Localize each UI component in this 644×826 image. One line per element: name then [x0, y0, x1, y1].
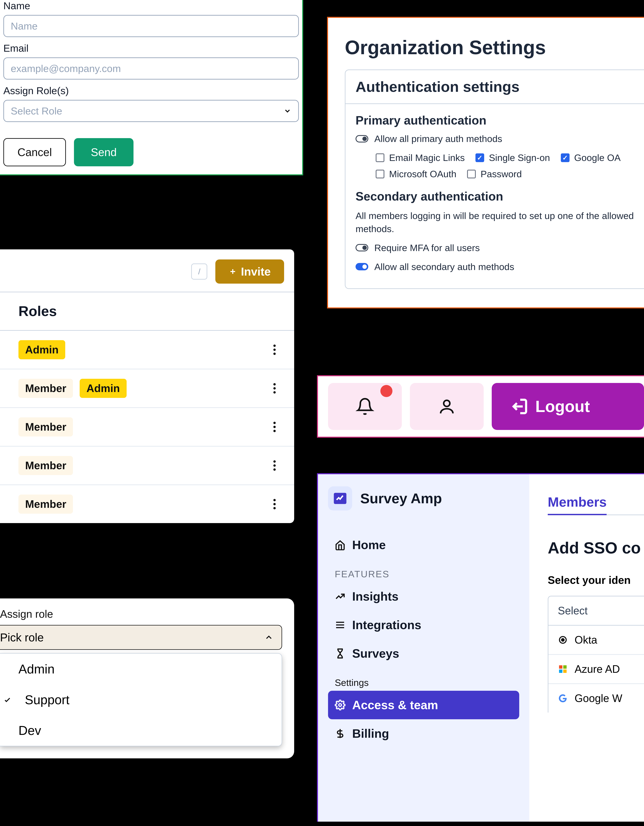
allow-primary-toggle[interactable] [356, 135, 368, 143]
cancel-button[interactable]: Cancel [3, 138, 66, 166]
sidebar-item-insights[interactable]: Insights [328, 582, 519, 611]
idp-option-azure[interactable]: Azure AD [548, 655, 644, 684]
org-settings-title: Organization Settings [345, 36, 644, 59]
chevron-up-icon [264, 633, 274, 642]
brand-icon [328, 486, 352, 511]
add-sso-heading: Add SSO co [548, 539, 644, 557]
idp-label: Select your iden [548, 574, 644, 586]
svg-point-0 [444, 400, 450, 407]
azure-icon [558, 664, 568, 674]
assign-role-value: Pick role [0, 631, 44, 644]
row-menu-button[interactable] [273, 383, 276, 394]
sidebar-item-billing[interactable]: Billing [328, 719, 519, 748]
roles-heading: Roles [0, 292, 294, 331]
sidebar-item-integrations[interactable]: Integrations [328, 611, 519, 639]
user-icon [438, 397, 456, 416]
idp-option-google[interactable]: Google W [548, 684, 644, 713]
table-row: Member [0, 447, 294, 485]
insights-icon [335, 591, 345, 602]
roles-panel: / Invite Roles Admin Member Admin Member… [0, 248, 295, 524]
table-row: Member [0, 408, 294, 447]
idp-menu: Okta Azure AD Google W [548, 626, 644, 713]
role-chip-member: Member [19, 456, 73, 475]
tab-members[interactable]: Members [548, 494, 607, 515]
invite-button[interactable]: Invite [215, 259, 284, 284]
survey-amp-panel: Survey Amp Home FEATURES Insights Integr… [317, 473, 644, 821]
keyboard-shortcut-hint: / [191, 264, 207, 279]
action-bar-panel: Logout [317, 375, 644, 438]
name-input[interactable] [3, 15, 299, 37]
home-icon [335, 540, 345, 550]
invite-button-label: Invite [241, 265, 271, 278]
role-chip-admin: Admin [80, 379, 127, 398]
sidebar-item-label: Home [352, 538, 386, 552]
table-row: Member Admin [0, 370, 294, 408]
assign-role-label: Assign role [0, 608, 282, 620]
role-chip-member: Member [19, 418, 73, 436]
primary-auth-heading: Primary authentication [356, 113, 644, 127]
okta-icon [558, 635, 568, 645]
google-oauth-label: Google OA [574, 152, 621, 163]
check-icon [3, 696, 11, 704]
assign-role-select[interactable]: Pick role [0, 625, 282, 650]
idp-select[interactable]: Select [548, 596, 644, 626]
role-select[interactable]: Select Role [3, 100, 299, 122]
brand-name: Survey Amp [360, 491, 442, 507]
role-select-placeholder: Select Role [11, 105, 62, 117]
require-mfa-toggle[interactable] [356, 244, 368, 252]
allow-secondary-label: Allow all secondary auth methods [374, 261, 514, 272]
require-mfa-label: Require MFA for all users [374, 242, 480, 253]
sidebar-item-label: Surveys [352, 647, 399, 660]
allow-primary-label: Allow all primary auth methods [374, 133, 502, 144]
chevron-down-icon [283, 107, 291, 115]
notifications-button[interactable] [328, 383, 402, 430]
microsoft-oauth-checkbox[interactable] [376, 170, 384, 179]
sidebar-item-label: Insights [352, 590, 398, 603]
idp-option-label: Google W [574, 692, 622, 705]
svg-rect-6 [564, 665, 567, 669]
sidebar-section-features: FEATURES [328, 559, 519, 582]
row-menu-button[interactable] [273, 460, 276, 471]
role-option-label: Dev [19, 723, 41, 738]
plus-icon [229, 267, 237, 276]
sidebar-item-access-team[interactable]: Access & team [328, 691, 519, 719]
logout-label: Logout [535, 397, 590, 416]
logout-button[interactable]: Logout [492, 383, 644, 430]
sidebar-item-label: Billing [352, 727, 389, 741]
idp-option-okta[interactable]: Okta [548, 626, 644, 655]
org-settings-panel: Organization Settings Authentication set… [327, 17, 644, 309]
sidebar-item-surveys[interactable]: Surveys [328, 639, 519, 668]
row-menu-button[interactable] [273, 345, 276, 355]
hourglass-icon [335, 648, 345, 659]
send-button[interactable]: Send [74, 138, 133, 166]
allow-secondary-toggle[interactable] [356, 263, 368, 270]
assign-role-menu: Admin Support Dev [0, 653, 282, 746]
gear-icon [335, 700, 345, 710]
sidebar-item-label: Access & team [352, 698, 438, 712]
table-row: Member [0, 485, 294, 523]
role-option-support[interactable]: Support [0, 684, 282, 715]
profile-button[interactable] [410, 383, 484, 430]
sso-checkbox[interactable] [475, 154, 484, 162]
logout-icon [508, 396, 529, 416]
row-menu-button[interactable] [273, 499, 276, 509]
row-menu-button[interactable] [273, 422, 276, 432]
invite-form-panel: Name Email Assign Role(s) Select Role Ca… [0, 0, 303, 175]
sidebar-item-home[interactable]: Home [328, 531, 519, 559]
role-option-admin[interactable]: Admin [0, 654, 282, 684]
assign-role-panel: Assign role Pick role Admin Support Dev [0, 598, 295, 759]
table-row: Admin [0, 331, 294, 370]
svg-point-2 [339, 704, 341, 706]
magic-links-checkbox[interactable] [376, 154, 384, 162]
role-option-dev[interactable]: Dev [0, 715, 282, 746]
microsoft-oauth-label: Microsoft OAuth [389, 168, 456, 179]
dollar-icon [335, 728, 345, 739]
main-content: Members Add SSO co Select your iden Sele… [529, 474, 644, 821]
role-option-label: Support [25, 692, 70, 707]
name-label: Name [3, 0, 299, 12]
idp-option-label: Azure AD [574, 663, 620, 675]
google-oauth-checkbox[interactable] [561, 154, 570, 162]
email-input[interactable] [3, 57, 299, 79]
role-chip-admin: Admin [19, 340, 65, 359]
password-checkbox[interactable] [467, 170, 476, 179]
